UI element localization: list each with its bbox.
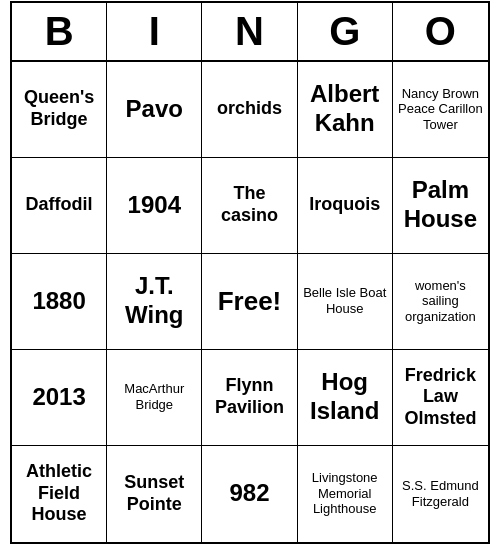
- cell-label: Sunset Pointe: [111, 472, 197, 515]
- bingo-cell[interactable]: Flynn Pavilion: [202, 350, 297, 446]
- cell-label: orchids: [217, 98, 282, 120]
- cell-label: S.S. Edmund Fitzgerald: [397, 478, 484, 509]
- cell-label: Hog Island: [302, 368, 388, 426]
- cell-label: Iroquois: [309, 194, 380, 216]
- bingo-cell[interactable]: J.T. Wing: [107, 254, 202, 350]
- header-letter: I: [107, 3, 202, 60]
- bingo-cell[interactable]: Livingstone Memorial Lighthouse: [298, 446, 393, 542]
- bingo-cell[interactable]: Hog Island: [298, 350, 393, 446]
- cell-label: Fredrick Law Olmsted: [397, 365, 484, 430]
- cell-label: Free!: [218, 286, 282, 317]
- bingo-cell[interactable]: Fredrick Law Olmsted: [393, 350, 488, 446]
- cell-label: Daffodil: [26, 194, 93, 216]
- bingo-cell[interactable]: Albert Kahn: [298, 62, 393, 158]
- cell-label: Athletic Field House: [16, 461, 102, 526]
- bingo-cell[interactable]: The casino: [202, 158, 297, 254]
- bingo-cell[interactable]: 1904: [107, 158, 202, 254]
- cell-label: 982: [229, 479, 269, 508]
- bingo-cell[interactable]: 2013: [12, 350, 107, 446]
- header-letter: N: [202, 3, 297, 60]
- cell-label: Nancy Brown Peace Carillon Tower: [397, 86, 484, 133]
- cell-label: 1904: [128, 191, 181, 220]
- bingo-cell[interactable]: Athletic Field House: [12, 446, 107, 542]
- cell-label: women's sailing organization: [397, 278, 484, 325]
- bingo-cell[interactable]: S.S. Edmund Fitzgerald: [393, 446, 488, 542]
- bingo-cell[interactable]: Belle Isle Boat House: [298, 254, 393, 350]
- header-letter: B: [12, 3, 107, 60]
- bingo-cell[interactable]: Free!: [202, 254, 297, 350]
- bingo-cell[interactable]: Pavo: [107, 62, 202, 158]
- cell-label: Queen's Bridge: [16, 87, 102, 130]
- bingo-cell[interactable]: 982: [202, 446, 297, 542]
- bingo-cell[interactable]: Sunset Pointe: [107, 446, 202, 542]
- header-letter: O: [393, 3, 488, 60]
- bingo-cell[interactable]: Palm House: [393, 158, 488, 254]
- cell-label: MacArthur Bridge: [111, 381, 197, 412]
- cell-label: Livingstone Memorial Lighthouse: [302, 470, 388, 517]
- bingo-cell[interactable]: Daffodil: [12, 158, 107, 254]
- cell-label: Belle Isle Boat House: [302, 285, 388, 316]
- header-letter: G: [298, 3, 393, 60]
- bingo-cell[interactable]: Iroquois: [298, 158, 393, 254]
- cell-label: 1880: [32, 287, 85, 316]
- cell-label: 2013: [32, 383, 85, 412]
- cell-label: J.T. Wing: [111, 272, 197, 330]
- bingo-cell[interactable]: MacArthur Bridge: [107, 350, 202, 446]
- cell-label: The casino: [206, 183, 292, 226]
- cell-label: Flynn Pavilion: [206, 375, 292, 418]
- bingo-cell[interactable]: 1880: [12, 254, 107, 350]
- bingo-cell[interactable]: Nancy Brown Peace Carillon Tower: [393, 62, 488, 158]
- cell-label: Albert Kahn: [302, 80, 388, 138]
- bingo-card: BINGO Queen's BridgePavoorchidsAlbert Ka…: [10, 1, 490, 544]
- bingo-grid: Queen's BridgePavoorchidsAlbert KahnNanc…: [12, 62, 488, 542]
- bingo-header: BINGO: [12, 3, 488, 62]
- bingo-cell[interactable]: Queen's Bridge: [12, 62, 107, 158]
- bingo-cell[interactable]: women's sailing organization: [393, 254, 488, 350]
- cell-label: Palm House: [397, 176, 484, 234]
- cell-label: Pavo: [126, 95, 183, 124]
- bingo-cell[interactable]: orchids: [202, 62, 297, 158]
